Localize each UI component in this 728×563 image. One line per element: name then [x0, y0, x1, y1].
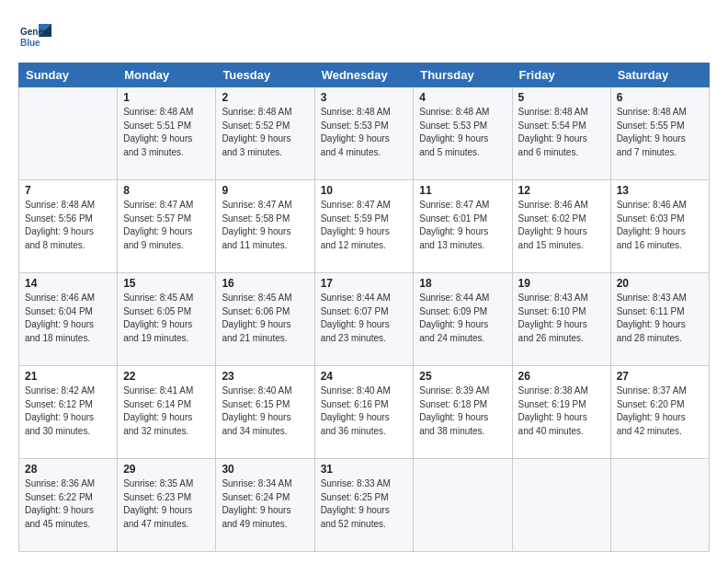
- day-number: 27: [617, 370, 703, 383]
- week-row-5: 28Sunrise: 8:36 AMSunset: 6:22 PMDayligh…: [19, 459, 710, 552]
- week-row-4: 21Sunrise: 8:42 AMSunset: 6:12 PMDayligh…: [19, 366, 710, 459]
- day-cell: 27Sunrise: 8:37 AMSunset: 6:20 PMDayligh…: [610, 366, 709, 459]
- day-cell: 20Sunrise: 8:43 AMSunset: 6:11 PMDayligh…: [610, 273, 709, 366]
- day-cell: 24Sunrise: 8:40 AMSunset: 6:16 PMDayligh…: [314, 366, 414, 459]
- svg-text:General: General: [20, 27, 51, 37]
- day-cell: 13Sunrise: 8:46 AMSunset: 6:03 PMDayligh…: [610, 180, 709, 273]
- day-info: Sunrise: 8:48 AMSunset: 5:51 PMDaylight:…: [123, 106, 210, 159]
- day-cell: 19Sunrise: 8:43 AMSunset: 6:10 PMDayligh…: [512, 273, 610, 366]
- day-info: Sunrise: 8:35 AMSunset: 6:23 PMDaylight:…: [123, 477, 210, 531]
- day-info: Sunrise: 8:44 AMSunset: 6:07 PMDaylight:…: [321, 292, 408, 345]
- day-number: 17: [321, 277, 408, 290]
- day-cell: 2Sunrise: 8:48 AMSunset: 5:52 PMDaylight…: [216, 87, 314, 180]
- day-number: 20: [617, 277, 703, 290]
- day-cell: 18Sunrise: 8:44 AMSunset: 6:09 PMDayligh…: [414, 273, 512, 366]
- day-number: 25: [419, 370, 506, 383]
- day-info: Sunrise: 8:34 AMSunset: 6:24 PMDaylight:…: [222, 477, 308, 531]
- day-cell: 11Sunrise: 8:47 AMSunset: 6:01 PMDayligh…: [414, 180, 512, 273]
- weekday-sunday: Sunday: [19, 63, 118, 87]
- day-number: 11: [419, 184, 506, 197]
- day-info: Sunrise: 8:33 AMSunset: 6:25 PMDaylight:…: [321, 477, 408, 531]
- weekday-friday: Friday: [512, 63, 610, 87]
- day-info: Sunrise: 8:48 AMSunset: 5:53 PMDaylight:…: [321, 106, 408, 159]
- day-cell: 23Sunrise: 8:40 AMSunset: 6:15 PMDayligh…: [216, 366, 314, 459]
- day-info: Sunrise: 8:41 AMSunset: 6:14 PMDaylight:…: [123, 385, 210, 438]
- day-cell: 14Sunrise: 8:46 AMSunset: 6:04 PMDayligh…: [19, 273, 118, 366]
- day-number: 30: [222, 463, 308, 476]
- day-cell: 8Sunrise: 8:47 AMSunset: 5:57 PMDaylight…: [118, 180, 216, 273]
- day-info: Sunrise: 8:43 AMSunset: 6:11 PMDaylight:…: [617, 292, 703, 345]
- day-info: Sunrise: 8:48 AMSunset: 5:54 PMDaylight:…: [518, 106, 605, 159]
- day-cell: [610, 459, 709, 552]
- day-number: 23: [222, 370, 308, 383]
- day-info: Sunrise: 8:48 AMSunset: 5:55 PMDaylight:…: [617, 106, 703, 159]
- day-number: 2: [222, 91, 308, 104]
- day-number: 6: [617, 91, 703, 104]
- day-info: Sunrise: 8:45 AMSunset: 6:06 PMDaylight:…: [222, 292, 308, 345]
- day-info: Sunrise: 8:46 AMSunset: 6:02 PMDaylight:…: [518, 199, 605, 252]
- day-cell: 15Sunrise: 8:45 AMSunset: 6:05 PMDayligh…: [118, 273, 216, 366]
- day-cell: [19, 87, 118, 180]
- day-info: Sunrise: 8:47 AMSunset: 5:59 PMDaylight:…: [321, 199, 408, 252]
- day-cell: 16Sunrise: 8:45 AMSunset: 6:06 PMDayligh…: [216, 273, 314, 366]
- week-row-1: 1Sunrise: 8:48 AMSunset: 5:51 PMDaylight…: [19, 87, 710, 180]
- day-cell: 22Sunrise: 8:41 AMSunset: 6:14 PMDayligh…: [118, 366, 216, 459]
- day-info: Sunrise: 8:38 AMSunset: 6:19 PMDaylight:…: [518, 385, 605, 438]
- weekday-thursday: Thursday: [414, 63, 512, 87]
- day-info: Sunrise: 8:47 AMSunset: 6:01 PMDaylight:…: [419, 199, 506, 252]
- svg-text:Blue: Blue: [20, 38, 40, 48]
- day-info: Sunrise: 8:46 AMSunset: 6:04 PMDaylight:…: [25, 292, 111, 345]
- calendar-table: SundayMondayTuesdayWednesdayThursdayFrid…: [18, 63, 710, 552]
- day-cell: 25Sunrise: 8:39 AMSunset: 6:18 PMDayligh…: [414, 366, 512, 459]
- day-cell: 3Sunrise: 8:48 AMSunset: 5:53 PMDaylight…: [314, 87, 414, 180]
- weekday-monday: Monday: [118, 63, 216, 87]
- day-number: 31: [321, 463, 408, 476]
- day-cell: 10Sunrise: 8:47 AMSunset: 5:59 PMDayligh…: [314, 180, 414, 273]
- day-cell: 29Sunrise: 8:35 AMSunset: 6:23 PMDayligh…: [118, 459, 216, 552]
- header: General Blue: [18, 17, 710, 53]
- day-info: Sunrise: 8:48 AMSunset: 5:56 PMDaylight:…: [25, 199, 111, 252]
- weekday-header-row: SundayMondayTuesdayWednesdayThursdayFrid…: [19, 63, 710, 87]
- day-info: Sunrise: 8:45 AMSunset: 6:05 PMDaylight:…: [123, 292, 210, 345]
- day-cell: 12Sunrise: 8:46 AMSunset: 6:02 PMDayligh…: [512, 180, 610, 273]
- day-cell: 31Sunrise: 8:33 AMSunset: 6:25 PMDayligh…: [314, 459, 414, 552]
- week-row-3: 14Sunrise: 8:46 AMSunset: 6:04 PMDayligh…: [19, 273, 710, 366]
- day-info: Sunrise: 8:42 AMSunset: 6:12 PMDaylight:…: [25, 385, 111, 438]
- day-number: 4: [419, 91, 506, 104]
- weekday-tuesday: Tuesday: [216, 63, 314, 87]
- logo: General Blue: [18, 20, 55, 53]
- day-number: 14: [25, 277, 111, 290]
- day-number: 10: [321, 184, 408, 197]
- day-number: 1: [123, 91, 210, 104]
- day-info: Sunrise: 8:47 AMSunset: 5:57 PMDaylight:…: [123, 199, 210, 252]
- day-info: Sunrise: 8:46 AMSunset: 6:03 PMDaylight:…: [617, 199, 703, 252]
- day-info: Sunrise: 8:48 AMSunset: 5:52 PMDaylight:…: [222, 106, 308, 159]
- day-cell: 6Sunrise: 8:48 AMSunset: 5:55 PMDaylight…: [610, 87, 709, 180]
- weekday-saturday: Saturday: [610, 63, 709, 87]
- week-row-2: 7Sunrise: 8:48 AMSunset: 5:56 PMDaylight…: [19, 180, 710, 273]
- day-cell: [414, 459, 512, 552]
- day-cell: 21Sunrise: 8:42 AMSunset: 6:12 PMDayligh…: [19, 366, 118, 459]
- day-number: 9: [222, 184, 308, 197]
- day-number: 19: [518, 277, 605, 290]
- day-cell: 1Sunrise: 8:48 AMSunset: 5:51 PMDaylight…: [118, 87, 216, 180]
- day-number: 22: [123, 370, 210, 383]
- day-info: Sunrise: 8:44 AMSunset: 6:09 PMDaylight:…: [419, 292, 506, 345]
- day-number: 21: [25, 370, 111, 383]
- day-number: 15: [123, 277, 210, 290]
- day-cell: 30Sunrise: 8:34 AMSunset: 6:24 PMDayligh…: [216, 459, 314, 552]
- day-number: 18: [419, 277, 506, 290]
- day-number: 24: [321, 370, 408, 383]
- day-number: 3: [321, 91, 408, 104]
- day-number: 26: [518, 370, 605, 383]
- page: General Blue SundayMondayTuesdayWednesda…: [0, 0, 728, 563]
- day-info: Sunrise: 8:39 AMSunset: 6:18 PMDaylight:…: [419, 385, 506, 438]
- day-number: 8: [123, 184, 210, 197]
- day-number: 28: [25, 463, 111, 476]
- day-info: Sunrise: 8:36 AMSunset: 6:22 PMDaylight:…: [25, 477, 111, 531]
- day-info: Sunrise: 8:37 AMSunset: 6:20 PMDaylight:…: [617, 385, 703, 438]
- day-cell: 5Sunrise: 8:48 AMSunset: 5:54 PMDaylight…: [512, 87, 610, 180]
- day-info: Sunrise: 8:48 AMSunset: 5:53 PMDaylight:…: [419, 106, 506, 159]
- day-cell: 28Sunrise: 8:36 AMSunset: 6:22 PMDayligh…: [19, 459, 118, 552]
- day-number: 7: [25, 184, 111, 197]
